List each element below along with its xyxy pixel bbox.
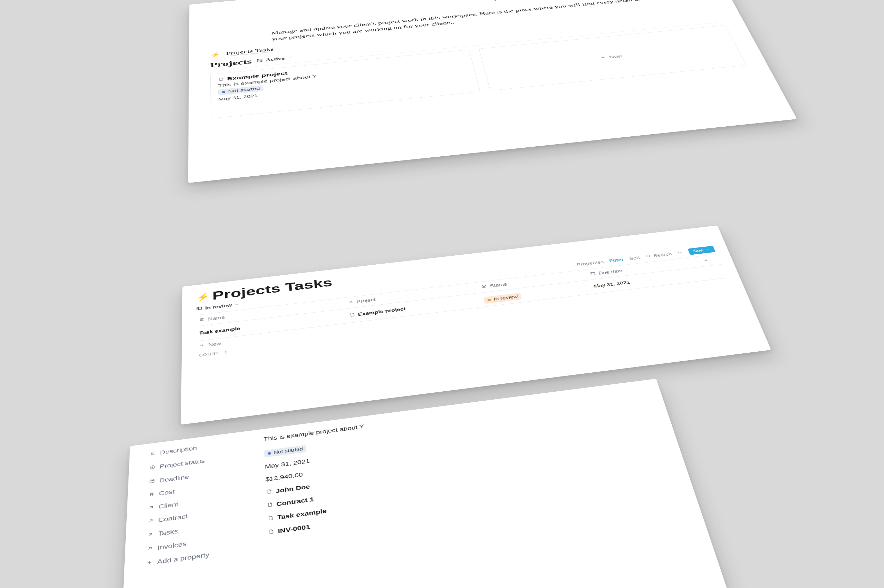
add-column[interactable]: [696, 257, 717, 264]
tasks-view-label: In review: [205, 303, 232, 310]
svg-rect-11: [591, 272, 595, 275]
page-icon: [218, 76, 224, 82]
svg-point-7: [680, 252, 681, 253]
cell-project-text: Example project: [358, 306, 406, 317]
toolbar-properties[interactable]: Properties: [576, 260, 604, 267]
chevron-down-icon: [705, 248, 711, 252]
toolbar-new-label: New: [693, 248, 704, 253]
cell-name-text: Task example: [199, 326, 241, 336]
svg-point-5: [646, 255, 650, 257]
label-client-text: Client: [158, 501, 178, 510]
col-name-label: Name: [208, 315, 225, 322]
status-icon: [481, 284, 488, 290]
plus-icon: [600, 55, 607, 60]
svg-rect-0: [257, 59, 259, 60]
calendar-icon: [589, 271, 597, 277]
svg-point-6: [678, 252, 679, 253]
chevron-down-icon: [235, 302, 239, 307]
projects-view-selector[interactable]: Active: [257, 56, 292, 63]
label-invoices-text: Invoices: [158, 540, 186, 552]
intro-block: This place is only for your client's …on…: [269, 0, 669, 42]
project-card-status-label: Not started: [228, 87, 260, 94]
plus-icon: [199, 343, 206, 349]
tasks-card: ⚡ Projects Tasks In review Properties Fi…: [181, 225, 771, 424]
value-tasks-text: Task example: [277, 508, 327, 521]
toolbar-more[interactable]: [677, 250, 684, 256]
description-icon: [150, 450, 156, 457]
relation-icon: [147, 531, 154, 539]
bolt-icon: ⚡: [210, 52, 221, 58]
toolbar-search-label: Search: [652, 252, 673, 258]
label-contract-text: Contract: [158, 513, 188, 524]
project-new-label: New: [609, 54, 624, 59]
value-project-status-text: Not started: [274, 447, 303, 456]
grid-icon: [257, 58, 263, 63]
label-deadline-text: Deadline: [159, 473, 189, 484]
svg-point-8: [681, 252, 683, 253]
projects-card: This place is only for your client's …on…: [188, 0, 797, 183]
col-status-label: Status: [489, 282, 507, 288]
value-invoices-text: INV-0001: [278, 524, 310, 535]
label-description-text: Description: [160, 445, 197, 456]
status-dot-blue: [268, 452, 271, 455]
plus-icon: [146, 559, 153, 567]
toolbar-sort[interactable]: Sort: [628, 255, 640, 261]
page-icon: [266, 488, 272, 496]
value-contract-text: Contract 1: [276, 496, 314, 508]
projects-view-label: Active: [266, 56, 285, 63]
relation-icon: [147, 545, 153, 553]
svg-rect-14: [150, 480, 154, 483]
value-cost-text: $12,940.00: [265, 471, 303, 483]
table-icon: [196, 306, 202, 312]
col-project-label: Project: [356, 297, 376, 304]
svg-point-13: [152, 466, 153, 468]
value-deadline-text: May 31, 2021: [265, 458, 310, 470]
stage: This place is only for your client's …on…: [0, 0, 884, 588]
cell-due-text: May 31, 2021: [593, 280, 630, 289]
col-due-label: Due date: [598, 268, 623, 276]
bolt-icon: ⚡: [196, 292, 209, 302]
svg-rect-1: [260, 59, 262, 60]
page-icon: [267, 514, 274, 522]
relation-icon: [148, 504, 155, 512]
add-property-label: Add a property: [157, 551, 209, 566]
text-icon: [199, 317, 205, 323]
status-icon: [149, 464, 155, 471]
count-label: COUNT: [199, 351, 219, 357]
calendar-icon: [149, 478, 155, 486]
projects-tasks-link[interactable]: Projects Tasks: [226, 46, 274, 56]
label-project-status-text: Project status: [159, 458, 205, 470]
status-dot-blue: [222, 91, 226, 93]
toolbar-filter[interactable]: Filter: [609, 257, 624, 263]
value-client-text: John Doe: [275, 483, 310, 495]
svg-rect-2: [257, 61, 259, 62]
add-row-label: New: [208, 341, 221, 348]
label-cost-text: Cost: [159, 488, 175, 497]
search-icon: [645, 254, 652, 259]
label-tasks-text: Tasks: [158, 528, 178, 538]
count-value: 1: [224, 350, 228, 354]
svg-rect-3: [260, 61, 262, 62]
toolbar-search[interactable]: Search: [645, 252, 672, 260]
toolbar-new-button[interactable]: New: [687, 246, 716, 255]
page-icon: [266, 501, 273, 509]
cell-status-text: In review: [493, 294, 518, 302]
relation-icon: [147, 517, 154, 525]
page-icon: [268, 528, 275, 536]
status-dot-orange: [487, 298, 491, 301]
chevron-down-icon: [287, 56, 292, 60]
svg-point-10: [483, 286, 485, 287]
relation-icon: [347, 300, 354, 305]
hash-icon: [149, 491, 155, 498]
page-icon: [349, 312, 356, 318]
